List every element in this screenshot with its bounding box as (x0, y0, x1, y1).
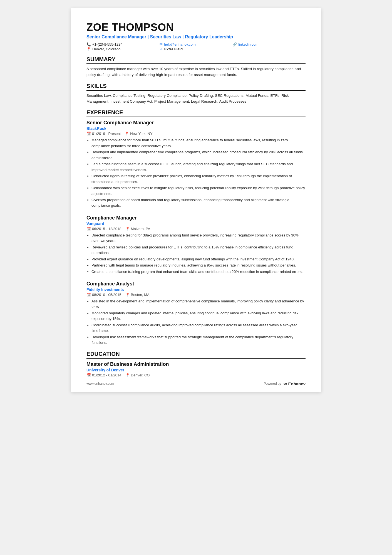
footer-website: www.enhancv.com (86, 382, 114, 386)
extra-item: ☆ Extra Field (160, 47, 233, 51)
candidate-title: Senior Compliance Manager | Securities L… (86, 34, 306, 40)
job-1-title: Senior Compliance Manager (86, 120, 306, 126)
job-2-location: 📍 Malvern, PA (125, 227, 150, 231)
summary-text: A seasoned compliance manager with over … (86, 66, 306, 78)
page-footer: www.enhancv.com Powered by ∞ Enhancv (86, 381, 306, 387)
education-title: EDUCATION (86, 351, 306, 359)
job-3-dates: 📅 08/2010 - 05/2015 (86, 293, 121, 297)
linkedin-item: 🔗 linkedin.com (232, 42, 306, 46)
job-3-company: Fidelity Investments (86, 287, 306, 292)
list-item: Developed and implemented comprehensive … (91, 149, 306, 161)
list-item: Managed compliance for more than 50 U.S.… (91, 137, 306, 149)
calendar-icon-2: 📅 (86, 227, 91, 231)
location-icon-3: 📍 (125, 293, 130, 297)
email-icon: ✉ (160, 42, 163, 46)
skills-text: Securities Law, Compliance Testing, Regu… (86, 93, 306, 105)
job-3: Compliance Analyst Fidelity Investments … (86, 281, 306, 346)
enhancv-logo: ∞ Enhancv (284, 381, 306, 387)
list-item: Collaborated with senior executives to m… (91, 185, 306, 197)
list-item: Oversaw preparation of board materials a… (91, 197, 306, 209)
phone-icon: 📞 (86, 42, 91, 46)
email-address[interactable]: help@enhancv.com (164, 42, 196, 46)
job-1-bullets: Managed compliance for more than 50 U.S.… (91, 137, 306, 208)
job-1: Senior Compliance Manager BlackRock 📅 01… (86, 120, 306, 208)
education-meta: 📅 01/2012 - 01/2014 📍 Denver, CO (86, 373, 306, 377)
footer-brand: Powered by ∞ Enhancv (264, 381, 306, 387)
school-name: University of Denver (86, 368, 306, 372)
summary-title: SUMMARY (86, 56, 306, 64)
job-1-meta: 📅 01/2019 - Present 📍 New York, NY (86, 132, 306, 136)
list-item: Created a compliance training program th… (91, 269, 306, 275)
job-separator-1 (86, 212, 306, 212)
list-item: Developed risk assessment frameworks tha… (91, 334, 306, 346)
job-2-dates: 📅 06/2015 - 12/2018 (86, 227, 121, 231)
job-1-location: 📍 New York, NY (125, 132, 152, 136)
list-item: Conducted rigorous testing of service pr… (91, 173, 306, 185)
job-3-bullets: Assisted in the development and implemen… (91, 299, 306, 346)
experience-title: EXPERIENCE (86, 109, 306, 117)
list-item: Directed compliance testing for 38a-1 pr… (91, 233, 306, 244)
job-1-dates: 📅 01/2019 - Present (86, 132, 121, 136)
star-icon: ☆ (160, 47, 163, 51)
calendar-icon-1: 📅 (86, 132, 91, 136)
location-item: 📍 Denver, Colorado (86, 47, 160, 51)
skills-title: SKILLS (86, 83, 306, 91)
job-2: Compliance Manager Vanguard 📅 06/2015 - … (86, 215, 306, 275)
enhancv-brand-name: Enhancv (288, 381, 306, 386)
resume-page: ZOE THOMPSON Senior Compliance Manager |… (71, 8, 321, 392)
list-item: Coordinated successful compliance audits… (91, 322, 306, 334)
edu-dates: 📅 01/2012 - 01/2014 (86, 373, 121, 377)
powered-by-label: Powered by (264, 382, 281, 386)
job-2-title: Compliance Manager (86, 215, 306, 221)
list-item: Led a cross-functional team in a success… (91, 161, 306, 173)
job-2-meta: 📅 06/2015 - 12/2018 📍 Malvern, PA (86, 227, 306, 231)
extra-field: Extra Field (164, 47, 183, 51)
job-3-meta: 📅 08/2010 - 05/2015 📍 Boston, MA (86, 293, 306, 297)
phone-item: 📞 +1-(234)-555-1234 (86, 42, 160, 46)
linkedin-icon: 🔗 (232, 42, 237, 46)
contact-grid: 📞 +1-(234)-555-1234 ✉ help@enhancv.com 🔗… (86, 42, 306, 51)
degree-title: Master of Business Administration (86, 361, 306, 367)
location-icon-edu: 📍 (125, 373, 130, 377)
job-separator-2 (86, 278, 306, 278)
education-entry-1: Master of Business Administration Univer… (86, 361, 306, 377)
location-icon: 📍 (86, 47, 91, 51)
list-item: Provided expert guidance on regulatory d… (91, 256, 306, 262)
job-3-title: Compliance Analyst (86, 281, 306, 287)
location-icon-1: 📍 (125, 132, 129, 136)
experience-section: EXPERIENCE Senior Compliance Manager Bla… (86, 109, 306, 346)
calendar-icon-edu: 📅 (86, 373, 91, 377)
candidate-name: ZOE THOMPSON (86, 22, 306, 33)
phone-number: +1-(234)-555-1234 (92, 42, 123, 46)
list-item: Partnered with legal teams to manage reg… (91, 263, 306, 268)
job-2-company: Vanguard (86, 221, 306, 226)
summary-section: SUMMARY A seasoned compliance manager wi… (86, 56, 306, 78)
linkedin-url[interactable]: linkedin.com (238, 42, 258, 46)
skills-section: SKILLS Securities Law, Compliance Testin… (86, 83, 306, 105)
list-item: Reviewed and revised policies and proced… (91, 245, 306, 256)
list-item: Assisted in the development and implemen… (91, 299, 306, 310)
header: ZOE THOMPSON Senior Compliance Manager |… (86, 22, 306, 51)
job-1-company: BlackRock (86, 126, 306, 131)
email-item: ✉ help@enhancv.com (160, 42, 233, 46)
job-2-bullets: Directed compliance testing for 38a-1 pr… (91, 233, 306, 275)
edu-location: 📍 Denver, CO (125, 373, 150, 377)
location-text: Denver, Colorado (92, 47, 120, 51)
list-item: Monitored regulatory changes and updated… (91, 310, 306, 322)
education-section: EDUCATION Master of Business Administrat… (86, 351, 306, 377)
enhancv-logo-icon: ∞ (284, 381, 287, 387)
job-3-location: 📍 Boston, MA (125, 293, 150, 297)
location-icon-2: 📍 (125, 227, 130, 231)
calendar-icon-3: 📅 (86, 293, 91, 297)
